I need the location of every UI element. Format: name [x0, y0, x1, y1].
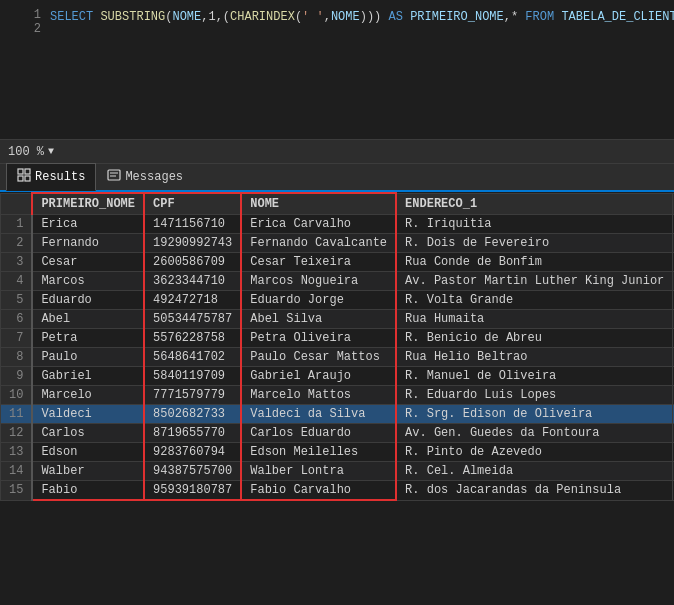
row-number: 2	[1, 234, 33, 253]
tab-results-label: Results	[35, 170, 85, 184]
cell-cpf: 492472718	[144, 291, 241, 310]
tab-results[interactable]: Results	[6, 163, 96, 191]
cell-primeiro-nome: Paulo	[32, 348, 144, 367]
cell-nome: Paulo Cesar Mattos	[241, 348, 396, 367]
cell-primeiro-nome: Eduardo	[32, 291, 144, 310]
cell-primeiro-nome: Gabriel	[32, 367, 144, 386]
cell-primeiro-nome: Erica	[32, 215, 144, 234]
col-header-primeiro-nome: PRIMEIRO_NOME	[32, 193, 144, 215]
cell-endereco1: R. Manuel de Oliveira	[396, 367, 673, 386]
line-numbers: 1 2	[0, 0, 45, 44]
cell-primeiro-nome: Fabio	[32, 481, 144, 501]
cell-endereco1: Av. Gen. Guedes da Fontoura	[396, 424, 673, 443]
cell-cpf: 5648641702	[144, 348, 241, 367]
row-number: 7	[1, 329, 33, 348]
sql-editor[interactable]: 1 2 SELECT SUBSTRING(NOME,1,(CHARINDEX('…	[0, 0, 674, 140]
cell-cpf: 95939180787	[144, 481, 241, 501]
col-header-endereco1: ENDERECO_1	[396, 193, 673, 215]
cell-primeiro-nome: Abel	[32, 310, 144, 329]
cell-nome: Marcos Nogueira	[241, 272, 396, 291]
svg-rect-4	[108, 170, 120, 180]
cell-nome: Petra Oliveira	[241, 329, 396, 348]
cell-cpf: 2600586709	[144, 253, 241, 272]
row-number: 5	[1, 291, 33, 310]
cell-nome: Abel Silva	[241, 310, 396, 329]
cell-cpf: 8719655770	[144, 424, 241, 443]
cell-cpf: 1471156710	[144, 215, 241, 234]
cell-cpf: 8502682733	[144, 405, 241, 424]
cell-endereco1: R. Volta Grande	[396, 291, 673, 310]
cell-nome: Marcelo Mattos	[241, 386, 396, 405]
cell-nome: Eduardo Jorge	[241, 291, 396, 310]
cell-primeiro-nome: Valdeci	[32, 405, 144, 424]
tab-messages[interactable]: Messages	[96, 163, 194, 191]
messages-icon	[107, 168, 121, 186]
zoom-bar: 100 % ▼	[0, 140, 674, 164]
cell-endereco1: R. Benicio de Abreu	[396, 329, 673, 348]
cell-primeiro-nome: Fernando	[32, 234, 144, 253]
cell-cpf: 5576228758	[144, 329, 241, 348]
row-number: 9	[1, 367, 33, 386]
cell-cpf: 94387575700	[144, 462, 241, 481]
row-number: 8	[1, 348, 33, 367]
cell-cpf: 19290992743	[144, 234, 241, 253]
cell-nome: Valdeci da Silva	[241, 405, 396, 424]
col-header-nome: NOME	[241, 193, 396, 215]
cell-endereco1: R. Pinto de Azevedo	[396, 443, 673, 462]
row-number: 6	[1, 310, 33, 329]
row-number: 4	[1, 272, 33, 291]
cell-primeiro-nome: Walber	[32, 462, 144, 481]
row-number: 15	[1, 481, 33, 501]
cell-cpf: 50534475787	[144, 310, 241, 329]
cell-endereco1: R. Dois de Fevereiro	[396, 234, 673, 253]
svg-rect-2	[18, 176, 23, 181]
cell-endereco1: Rua Humaita	[396, 310, 673, 329]
sql-code: SELECT SUBSTRING(NOME,1,(CHARINDEX(' ',N…	[50, 8, 666, 26]
cell-cpf: 7771579779	[144, 386, 241, 405]
cell-primeiro-nome: Petra	[32, 329, 144, 348]
cell-endereco1: Rua Conde de Bonfim	[396, 253, 673, 272]
cell-cpf: 9283760794	[144, 443, 241, 462]
cell-endereco1: R. Srg. Edison de Oliveira	[396, 405, 673, 424]
tab-messages-label: Messages	[125, 170, 183, 184]
cell-nome: Fernando Cavalcante	[241, 234, 396, 253]
zoom-label: 100 %	[8, 145, 44, 159]
row-number: 10	[1, 386, 33, 405]
results-area[interactable]: PRIMEIRO_NOME CPF NOME ENDERECO_1 ENDERE…	[0, 192, 674, 605]
cell-nome: Cesar Teixeira	[241, 253, 396, 272]
cell-nome: Fabio Carvalho	[241, 481, 396, 501]
col-header-cpf: CPF	[144, 193, 241, 215]
cell-primeiro-nome: Cesar	[32, 253, 144, 272]
row-number: 12	[1, 424, 33, 443]
svg-rect-0	[18, 169, 23, 174]
results-grid-icon	[17, 168, 31, 186]
cell-endereco1: R. Eduardo Luis Lopes	[396, 386, 673, 405]
cell-primeiro-nome: Carlos	[32, 424, 144, 443]
cell-endereco1: R. dos Jacarandas da Peninsula	[396, 481, 673, 501]
cell-cpf: 3623344710	[144, 272, 241, 291]
results-table: PRIMEIRO_NOME CPF NOME ENDERECO_1 ENDERE…	[0, 192, 674, 501]
cell-endereco1: Rua Helio Beltrao	[396, 348, 673, 367]
cell-primeiro-nome: Edson	[32, 443, 144, 462]
cell-endereco1: Av. Pastor Martin Luther King Junior	[396, 272, 673, 291]
cell-nome: Walber Lontra	[241, 462, 396, 481]
svg-rect-3	[25, 176, 30, 181]
row-number: 3	[1, 253, 33, 272]
row-number: 13	[1, 443, 33, 462]
cell-nome: Erica Carvalho	[241, 215, 396, 234]
cell-nome: Edson Meilelles	[241, 443, 396, 462]
cell-cpf: 5840119709	[144, 367, 241, 386]
cell-nome: Gabriel Araujo	[241, 367, 396, 386]
col-header-rownum	[1, 193, 33, 215]
cell-endereco1: R. Cel. Almeida	[396, 462, 673, 481]
tabs-bar: Results Messages	[0, 164, 674, 192]
row-number: 1	[1, 215, 33, 234]
cell-endereco1: R. Iriquitia	[396, 215, 673, 234]
row-number: 14	[1, 462, 33, 481]
row-number: 11	[1, 405, 33, 424]
svg-rect-1	[25, 169, 30, 174]
cell-nome: Carlos Eduardo	[241, 424, 396, 443]
zoom-dropdown-arrow[interactable]: ▼	[48, 146, 54, 157]
cell-primeiro-nome: Marcos	[32, 272, 144, 291]
cell-primeiro-nome: Marcelo	[32, 386, 144, 405]
